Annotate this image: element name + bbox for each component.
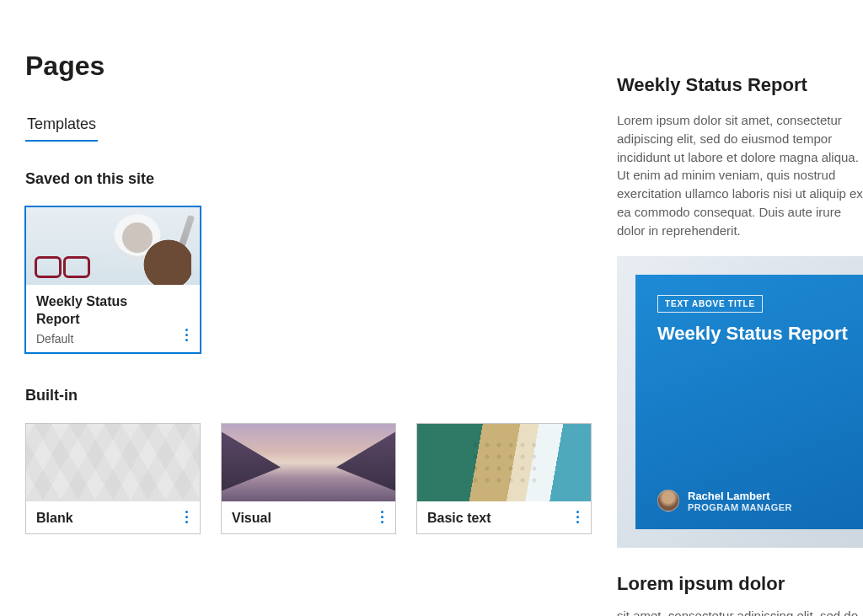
templates-panel: Pages Templates Saved on this site Weekl… xyxy=(0,0,617,616)
saved-card-row: Weekly Status Report Default xyxy=(25,206,592,353)
tab-templates[interactable]: Templates xyxy=(25,110,98,142)
preview-section-heading: Lorem ipsum dolor xyxy=(617,573,863,595)
preview-hero: TEXT ABOVE TITLE Weekly Status Report Ra… xyxy=(617,256,863,548)
hero-author: Rachel Lambert PROGRAM MANAGER xyxy=(657,490,863,513)
template-thumbnail xyxy=(26,424,200,501)
preview-panel: Weekly Status Report Lorem ipsum dolor s… xyxy=(617,0,863,616)
hero-badge: TEXT ABOVE TITLE xyxy=(657,295,763,313)
template-card-title: Weekly Status Report xyxy=(36,293,190,329)
avatar xyxy=(657,490,679,512)
more-options-icon[interactable] xyxy=(178,325,195,345)
template-card-title: Basic text xyxy=(427,510,581,528)
template-card-weekly-status[interactable]: Weekly Status Report Default xyxy=(25,206,201,353)
template-card-body: Visual xyxy=(222,501,395,534)
more-options-icon[interactable] xyxy=(569,506,586,527)
hero-heading: Weekly Status Report xyxy=(657,323,863,345)
preview-title: Weekly Status Report xyxy=(617,74,863,96)
tabs: Templates xyxy=(25,110,592,142)
template-card-body: Basic text xyxy=(417,501,591,534)
page-title: Pages xyxy=(25,51,592,82)
template-card-body: Weekly Status Report Default xyxy=(26,285,200,352)
template-card-basic-text[interactable]: Basic text xyxy=(416,423,592,535)
section-heading-builtin: Built-in xyxy=(25,387,592,404)
author-meta: Rachel Lambert PROGRAM MANAGER xyxy=(688,490,792,513)
template-thumbnail xyxy=(222,424,395,501)
preview-hero-card: TEXT ABOVE TITLE Weekly Status Report Ra… xyxy=(635,275,863,529)
template-thumbnail xyxy=(417,424,591,501)
preview-intro-text: Lorem ipsum dolor sit amet, consectetur … xyxy=(617,111,863,239)
preview-section-body: sit amet, consectetur adipiscing elit, s… xyxy=(617,607,863,616)
author-name: Rachel Lambert xyxy=(688,490,792,503)
template-card-title: Visual xyxy=(232,510,385,528)
builtin-card-row: Blank Visual Basic text xyxy=(25,423,592,535)
more-options-icon[interactable] xyxy=(178,506,195,527)
template-thumbnail xyxy=(26,207,200,285)
more-options-icon[interactable] xyxy=(373,506,390,527)
section-heading-saved: Saved on this site xyxy=(25,170,592,188)
template-card-blank[interactable]: Blank xyxy=(25,423,201,535)
author-role: PROGRAM MANAGER xyxy=(688,502,792,512)
template-card-subtitle: Default xyxy=(36,332,190,345)
template-card-title: Blank xyxy=(36,510,190,528)
template-card-visual[interactable]: Visual xyxy=(221,423,396,535)
template-card-body: Blank xyxy=(26,501,200,534)
